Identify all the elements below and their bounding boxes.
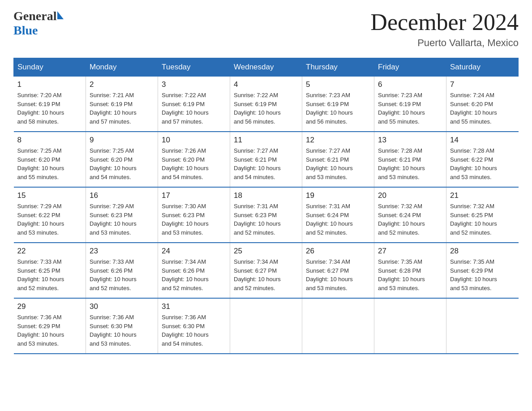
day-info: Sunrise: 7:36 AMSunset: 6:30 PMDaylight:… (162, 313, 226, 348)
day-info: Sunrise: 7:20 AMSunset: 6:19 PMDaylight:… (17, 91, 82, 126)
day-number: 30 (90, 302, 154, 311)
day-info: Sunrise: 7:35 AMSunset: 6:29 PMDaylight:… (450, 257, 515, 292)
day-number: 26 (306, 247, 370, 256)
day-number: 10 (162, 136, 226, 145)
day-number: 13 (378, 136, 442, 145)
calendar-cell: 9 Sunrise: 7:25 AMSunset: 6:20 PMDayligh… (86, 132, 158, 187)
calendar-cell: 22 Sunrise: 7:33 AMSunset: 6:25 PMDaylig… (14, 243, 86, 298)
calendar-cell: 29 Sunrise: 7:36 AMSunset: 6:29 PMDaylig… (14, 298, 86, 354)
day-info: Sunrise: 7:29 AMSunset: 6:22 PMDaylight:… (17, 202, 82, 237)
header-saturday: Saturday (446, 58, 519, 77)
day-info: Sunrise: 7:36 AMSunset: 6:30 PMDaylight:… (90, 313, 154, 348)
calendar-cell: 8 Sunrise: 7:25 AMSunset: 6:20 PMDayligh… (14, 132, 86, 187)
logo-triangle-icon (57, 11, 64, 19)
day-number: 20 (378, 191, 442, 200)
calendar-cell (374, 298, 446, 354)
calendar-cell: 5 Sunrise: 7:23 AMSunset: 6:19 PMDayligh… (302, 77, 374, 132)
day-info: Sunrise: 7:28 AMSunset: 6:21 PMDaylight:… (378, 146, 442, 181)
logo: General Blue (13, 9, 64, 38)
day-info: Sunrise: 7:21 AMSunset: 6:19 PMDaylight:… (90, 91, 154, 126)
day-info: Sunrise: 7:34 AMSunset: 6:27 PMDaylight:… (234, 257, 298, 292)
day-info: Sunrise: 7:22 AMSunset: 6:19 PMDaylight:… (162, 91, 226, 126)
calendar-cell: 14 Sunrise: 7:28 AMSunset: 6:22 PMDaylig… (446, 132, 519, 187)
calendar-cell: 6 Sunrise: 7:23 AMSunset: 6:19 PMDayligh… (374, 77, 446, 132)
day-info: Sunrise: 7:26 AMSunset: 6:20 PMDaylight:… (162, 146, 226, 181)
day-number: 18 (234, 191, 298, 200)
day-info: Sunrise: 7:23 AMSunset: 6:19 PMDaylight:… (306, 91, 370, 126)
day-info: Sunrise: 7:25 AMSunset: 6:20 PMDaylight:… (90, 146, 154, 181)
day-info: Sunrise: 7:23 AMSunset: 6:19 PMDaylight:… (378, 91, 442, 126)
day-number: 31 (162, 302, 226, 311)
day-info: Sunrise: 7:36 AMSunset: 6:29 PMDaylight:… (17, 313, 82, 348)
day-info: Sunrise: 7:31 AMSunset: 6:23 PMDaylight:… (234, 202, 298, 237)
calendar-cell: 11 Sunrise: 7:27 AMSunset: 6:21 PMDaylig… (230, 132, 302, 187)
calendar-cell: 7 Sunrise: 7:24 AMSunset: 6:20 PMDayligh… (446, 77, 519, 132)
day-number: 17 (162, 191, 226, 200)
day-number: 3 (162, 80, 226, 89)
location: Puerto Vallarta, Mexico (370, 37, 519, 49)
day-number: 4 (234, 80, 298, 89)
calendar-table: SundayMondayTuesdayWednesdayThursdayFrid… (13, 58, 519, 354)
calendar-cell: 21 Sunrise: 7:32 AMSunset: 6:25 PMDaylig… (446, 187, 519, 243)
day-number: 21 (450, 191, 515, 200)
calendar-cell: 28 Sunrise: 7:35 AMSunset: 6:29 PMDaylig… (446, 243, 519, 298)
calendar-cell: 27 Sunrise: 7:35 AMSunset: 6:28 PMDaylig… (374, 243, 446, 298)
header-monday: Monday (86, 58, 158, 77)
day-number: 14 (450, 136, 515, 145)
calendar-cell: 2 Sunrise: 7:21 AMSunset: 6:19 PMDayligh… (86, 77, 158, 132)
calendar-cell: 1 Sunrise: 7:20 AMSunset: 6:19 PMDayligh… (14, 77, 86, 132)
day-info: Sunrise: 7:33 AMSunset: 6:26 PMDaylight:… (90, 257, 154, 292)
week-row-2: 8 Sunrise: 7:25 AMSunset: 6:20 PMDayligh… (14, 132, 519, 187)
header-tuesday: Tuesday (158, 58, 230, 77)
logo-blue: Blue (13, 23, 64, 38)
day-number: 1 (17, 80, 82, 89)
day-number: 5 (306, 80, 370, 89)
day-number: 11 (234, 136, 298, 145)
day-number: 6 (378, 80, 442, 89)
day-number: 16 (90, 191, 154, 200)
calendar-cell: 20 Sunrise: 7:32 AMSunset: 6:24 PMDaylig… (374, 187, 446, 243)
day-info: Sunrise: 7:24 AMSunset: 6:20 PMDaylight:… (450, 91, 515, 126)
day-number: 25 (234, 247, 298, 256)
day-number: 12 (306, 136, 370, 145)
calendar-cell: 31 Sunrise: 7:36 AMSunset: 6:30 PMDaylig… (158, 298, 230, 354)
day-info: Sunrise: 7:35 AMSunset: 6:28 PMDaylight:… (378, 257, 442, 292)
week-row-4: 22 Sunrise: 7:33 AMSunset: 6:25 PMDaylig… (14, 243, 519, 298)
day-number: 19 (306, 191, 370, 200)
calendar-cell: 10 Sunrise: 7:26 AMSunset: 6:20 PMDaylig… (158, 132, 230, 187)
calendar-cell: 13 Sunrise: 7:28 AMSunset: 6:21 PMDaylig… (374, 132, 446, 187)
week-row-3: 15 Sunrise: 7:29 AMSunset: 6:22 PMDaylig… (14, 187, 519, 243)
day-info: Sunrise: 7:27 AMSunset: 6:21 PMDaylight:… (234, 146, 298, 181)
calendar-cell: 18 Sunrise: 7:31 AMSunset: 6:23 PMDaylig… (230, 187, 302, 243)
calendar-cell: 16 Sunrise: 7:29 AMSunset: 6:23 PMDaylig… (86, 187, 158, 243)
calendar-cell: 24 Sunrise: 7:34 AMSunset: 6:26 PMDaylig… (158, 243, 230, 298)
calendar-cell: 15 Sunrise: 7:29 AMSunset: 6:22 PMDaylig… (14, 187, 86, 243)
day-number: 22 (17, 247, 82, 256)
week-row-1: 1 Sunrise: 7:20 AMSunset: 6:19 PMDayligh… (14, 77, 519, 132)
week-row-5: 29 Sunrise: 7:36 AMSunset: 6:29 PMDaylig… (14, 298, 519, 354)
header-sunday: Sunday (14, 58, 86, 77)
day-number: 9 (90, 136, 154, 145)
calendar-cell: 30 Sunrise: 7:36 AMSunset: 6:30 PMDaylig… (86, 298, 158, 354)
calendar-cell: 17 Sunrise: 7:30 AMSunset: 6:23 PMDaylig… (158, 187, 230, 243)
day-info: Sunrise: 7:22 AMSunset: 6:19 PMDaylight:… (234, 91, 298, 126)
calendar-cell: 25 Sunrise: 7:34 AMSunset: 6:27 PMDaylig… (230, 243, 302, 298)
day-number: 24 (162, 247, 226, 256)
day-info: Sunrise: 7:27 AMSunset: 6:21 PMDaylight:… (306, 146, 370, 181)
month-title: December 2024 (370, 9, 519, 35)
calendar-cell: 12 Sunrise: 7:27 AMSunset: 6:21 PMDaylig… (302, 132, 374, 187)
title-section: December 2024 Puerto Vallarta, Mexico (370, 9, 519, 49)
day-info: Sunrise: 7:32 AMSunset: 6:25 PMDaylight:… (450, 202, 515, 237)
header-thursday: Thursday (302, 58, 374, 77)
calendar-cell: 26 Sunrise: 7:34 AMSunset: 6:27 PMDaylig… (302, 243, 374, 298)
day-info: Sunrise: 7:34 AMSunset: 6:26 PMDaylight:… (162, 257, 226, 292)
day-info: Sunrise: 7:29 AMSunset: 6:23 PMDaylight:… (90, 202, 154, 237)
day-info: Sunrise: 7:33 AMSunset: 6:25 PMDaylight:… (17, 257, 82, 292)
header-friday: Friday (374, 58, 446, 77)
day-info: Sunrise: 7:31 AMSunset: 6:24 PMDaylight:… (306, 202, 370, 237)
calendar-cell (446, 298, 519, 354)
day-info: Sunrise: 7:34 AMSunset: 6:27 PMDaylight:… (306, 257, 370, 292)
logo-general: General (13, 9, 56, 23)
day-info: Sunrise: 7:32 AMSunset: 6:24 PMDaylight:… (378, 202, 442, 237)
day-number: 15 (17, 191, 82, 200)
